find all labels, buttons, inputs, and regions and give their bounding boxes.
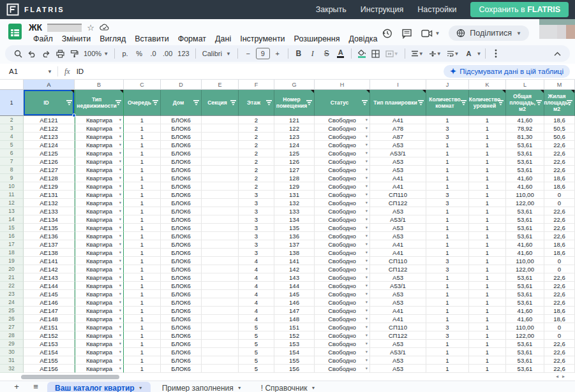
row-header-10[interactable]: 10 [0, 182, 24, 191]
cell-L7[interactable]: 53,61 [506, 157, 544, 166]
cell-C12[interactable]: 1 [124, 199, 161, 207]
column-header-I[interactable]: I [370, 80, 426, 90]
cell-A5[interactable]: AE124 [24, 141, 75, 149]
cell-D24[interactable]: БЛОК6 [161, 298, 202, 307]
cell-K6[interactable]: 1 [469, 149, 506, 157]
dropdown-caret-icon[interactable]: ▾ [119, 159, 121, 164]
cell-D28[interactable]: БЛОК6 [161, 331, 202, 340]
cell-D25[interactable]: БЛОК6 [161, 307, 202, 315]
summarize-data-chip[interactable]: ✦ Підсумувати дані в цій таблиці [444, 65, 570, 78]
cell-C6[interactable]: 1 [124, 149, 161, 157]
header-cell-G1[interactable]: Номер помещения [274, 90, 315, 116]
cell-L8[interactable]: 53,61 [506, 166, 544, 174]
cell-H4[interactable]: Свободно▾ [315, 133, 370, 141]
cell-G27[interactable]: 151 [274, 323, 315, 331]
menu-tools[interactable]: Інструменти [235, 34, 289, 43]
cell-I13[interactable]: A53 [370, 207, 426, 215]
dropdown-caret-icon[interactable]: ▾ [119, 358, 121, 363]
cell-F6[interactable]: 2 [239, 149, 274, 157]
row-header-23[interactable]: 23 [0, 290, 24, 298]
cell-A26[interactable]: AE148 [24, 315, 75, 323]
cell-B7[interactable]: Квартира▾ [75, 157, 124, 166]
row-header-30[interactable]: 30 [0, 348, 24, 356]
cell-B29[interactable]: Квартира▾ [75, 340, 124, 348]
column-header-H[interactable]: H [315, 80, 370, 90]
cell-F15[interactable]: 3 [239, 224, 274, 232]
cell-F14[interactable]: 3 [239, 215, 274, 224]
cell-H10[interactable]: Свободно▾ [315, 182, 370, 191]
dropdown-caret-icon[interactable]: ▾ [366, 366, 368, 371]
settings-link[interactable]: Настройки [417, 5, 456, 14]
text-wrap-button[interactable]: ▼ [445, 47, 461, 61]
cell-F26[interactable]: 4 [239, 315, 274, 323]
header-cell-L1[interactable]: Общая площадь, м2 [506, 90, 544, 116]
cell-F7[interactable]: 2 [239, 157, 274, 166]
cell-M7[interactable]: 22,6 [544, 157, 575, 166]
cell-L30[interactable]: 53,61 [506, 348, 544, 356]
fill-color-button[interactable] [355, 47, 368, 61]
cell-D32[interactable]: БЛОК6 [161, 365, 202, 373]
cell-B15[interactable]: Квартира▾ [75, 224, 124, 232]
cell-B19[interactable]: Квартира▾ [75, 257, 124, 265]
filter-icon[interactable] [266, 100, 272, 105]
cell-M13[interactable]: 22,6 [544, 207, 575, 215]
cell-B20[interactable]: Квартира▾ [75, 265, 124, 273]
cell-A4[interactable]: AE123 [24, 133, 75, 141]
cell-D5[interactable]: БЛОК6 [161, 141, 202, 149]
cell-H15[interactable]: Свободно▾ [315, 224, 370, 232]
menu-edit[interactable]: Змінити [57, 34, 96, 43]
cell-G19[interactable]: 141 [274, 257, 315, 265]
borders-button[interactable] [370, 47, 382, 61]
cell-A25[interactable]: AE147 [24, 307, 75, 315]
dropdown-caret-icon[interactable]: ▾ [119, 233, 121, 238]
dropdown-caret-icon[interactable]: ▾ [119, 126, 121, 131]
comments-icon[interactable] [401, 28, 412, 39]
cell-E22[interactable] [202, 282, 239, 290]
cell-M32[interactable]: 22,6 [544, 365, 575, 373]
cell-K15[interactable]: 1 [469, 224, 506, 232]
row-header-18[interactable]: 18 [0, 249, 24, 257]
filter-icon[interactable] [306, 100, 312, 105]
cell-L4[interactable]: 81,30 [506, 133, 544, 141]
cell-B26[interactable]: Квартира▾ [75, 315, 124, 323]
cell-J7[interactable]: 1 [426, 157, 469, 166]
row-header-19[interactable]: 19 [0, 257, 24, 265]
row-header-24[interactable]: 24 [0, 298, 24, 307]
cell-I10[interactable]: A41 [370, 182, 426, 191]
cell-H12[interactable]: Свободно▾ [315, 199, 370, 207]
cell-E3[interactable] [202, 124, 239, 133]
cell-J23[interactable]: 1 [426, 290, 469, 298]
cell-A11[interactable]: AE131 [24, 191, 75, 199]
cell-D22[interactable]: БЛОК6 [161, 282, 202, 290]
cell-C13[interactable]: 1 [124, 207, 161, 215]
cell-I8[interactable]: A53 [370, 166, 426, 174]
dropdown-caret-icon[interactable]: ▾ [366, 275, 368, 280]
cell-D4[interactable]: БЛОК6 [161, 133, 202, 141]
cell-A7[interactable]: AE126 [24, 157, 75, 166]
cell-G18[interactable]: 138 [274, 249, 315, 257]
row-header-26[interactable]: 26 [0, 315, 24, 323]
dropdown-caret-icon[interactable]: ▾ [119, 200, 121, 205]
cell-E12[interactable] [202, 199, 239, 207]
cell-L31[interactable]: 53,61 [506, 356, 544, 365]
cell-K32[interactable]: 1 [469, 365, 506, 373]
cell-B12[interactable]: Квартира▾ [75, 199, 124, 207]
tab-example[interactable]: Пример заполнения▼ [154, 382, 250, 392]
cell-E14[interactable] [202, 215, 239, 224]
cell-E21[interactable] [202, 273, 239, 282]
row-header-12[interactable]: 12 [0, 199, 24, 207]
dropdown-caret-icon[interactable]: ▾ [119, 258, 121, 263]
cell-I21[interactable]: A53 [370, 273, 426, 282]
cell-L16[interactable]: 53,61 [506, 232, 544, 240]
cell-E27[interactable] [202, 323, 239, 331]
cell-K20[interactable]: 1 [469, 265, 506, 273]
dropdown-caret-icon[interactable]: ▾ [366, 242, 368, 247]
cell-B4[interactable]: Квартира▾ [75, 133, 124, 141]
cell-M14[interactable]: 22,6 [544, 215, 575, 224]
cell-K2[interactable]: 1 [469, 116, 506, 124]
cell-M31[interactable]: 22,6 [544, 356, 575, 365]
cell-J14[interactable]: 1 [426, 215, 469, 224]
cell-C28[interactable]: 1 [124, 331, 161, 340]
cell-L27[interactable]: 110,00 [506, 323, 544, 331]
column-header-F[interactable]: F [239, 80, 274, 90]
